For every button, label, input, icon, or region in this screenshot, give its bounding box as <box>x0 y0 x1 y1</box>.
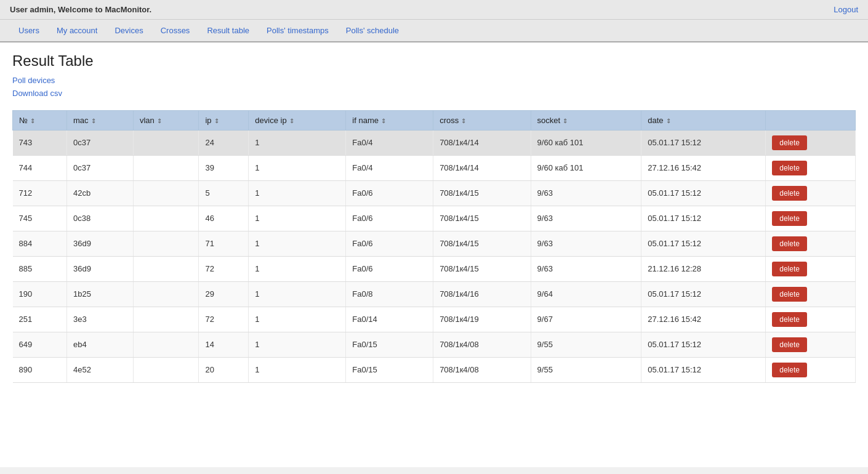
cell-cross: 708/1к4/15 <box>433 256 531 281</box>
nav-item-devices[interactable]: Devices <box>106 20 151 41</box>
cell-date: 27.12.16 15:42 <box>641 307 766 332</box>
cell-device_ip: 1 <box>249 357 346 382</box>
poll-devices-link[interactable]: Poll devices <box>12 74 856 87</box>
delete-button[interactable]: delete <box>772 135 807 150</box>
col-header-date[interactable]: date⇕ <box>641 110 766 130</box>
top-bar: User admin, Welcome to MacMonitor. Logou… <box>0 0 868 20</box>
cell-cross: 708/1к4/16 <box>433 281 531 307</box>
cell-date: 05.01.17 15:12 <box>641 180 766 206</box>
cell-if_name: Fa0/15 <box>346 332 433 357</box>
cell-mac: 0c38 <box>67 206 134 231</box>
delete-button[interactable]: delete <box>772 312 807 327</box>
nav-item-my-account[interactable]: My account <box>48 20 106 41</box>
cell-ip: 46 <box>199 206 249 231</box>
delete-button[interactable]: delete <box>772 211 807 226</box>
cell-cross: 708/1к4/15 <box>433 206 531 231</box>
table-row: 88536d9721Fa0/6708/1к4/159/6321.12.16 12… <box>13 256 856 281</box>
cell-vlan <box>133 281 199 307</box>
cell-vlan <box>133 206 199 231</box>
cell-device_ip: 1 <box>249 256 346 281</box>
cell-date: 05.01.17 15:12 <box>641 281 766 307</box>
col-header-action <box>766 110 856 130</box>
nav-item-result-table[interactable]: Result table <box>198 20 258 41</box>
cell-cross: 708/1к4/08 <box>433 357 531 382</box>
sort-icon-no: ⇕ <box>30 118 35 124</box>
cell-socket: 9/60 каб 101 <box>531 155 641 180</box>
cell-cross: 708/1к4/15 <box>433 231 531 256</box>
cell-ip: 24 <box>199 130 249 155</box>
nav-item-polls--timestamps[interactable]: Polls' timestamps <box>258 20 337 41</box>
cell-no: 745 <box>13 206 67 231</box>
sort-icon-vlan: ⇕ <box>157 118 162 124</box>
cell-device_ip: 1 <box>249 130 346 155</box>
col-header-socket[interactable]: socket⇕ <box>531 110 641 130</box>
col-header-ip[interactable]: ip⇕ <box>199 110 249 130</box>
cell-vlan <box>133 256 199 281</box>
nav-item-crosses[interactable]: Crosses <box>152 20 199 41</box>
delete-button[interactable]: delete <box>772 287 807 302</box>
cell-vlan <box>133 357 199 382</box>
table-row: 7430c37241Fa0/4708/1к4/149/60 каб 10105.… <box>13 130 856 155</box>
delete-button[interactable]: delete <box>772 236 807 251</box>
cell-if_name: Fa0/14 <box>346 307 433 332</box>
table-row: 7440c37391Fa0/4708/1к4/149/60 каб 10127.… <box>13 155 856 180</box>
col-header-cross[interactable]: cross⇕ <box>433 110 531 130</box>
col-header-device_ip[interactable]: device ip⇕ <box>249 110 346 130</box>
cell-no: 884 <box>13 231 67 256</box>
cell-vlan <box>133 332 199 357</box>
cell-ip: 14 <box>199 332 249 357</box>
cell-no: 190 <box>13 281 67 307</box>
nav-item-polls--schedule[interactable]: Polls' schedule <box>337 20 408 41</box>
cell-device_ip: 1 <box>249 180 346 206</box>
cell-device_ip: 1 <box>249 332 346 357</box>
cell-action: delete <box>766 281 856 307</box>
cell-device_ip: 1 <box>249 231 346 256</box>
cell-vlan <box>133 231 199 256</box>
cell-cross: 708/1к4/19 <box>433 307 531 332</box>
cell-vlan <box>133 180 199 206</box>
delete-button[interactable]: delete <box>772 186 807 201</box>
logout-link[interactable]: Logout <box>834 5 858 14</box>
cell-action: delete <box>766 155 856 180</box>
cell-cross: 708/1к4/08 <box>433 332 531 357</box>
cell-ip: 29 <box>199 281 249 307</box>
table-row: 2513e3721Fa0/14708/1к4/199/6727.12.16 15… <box>13 307 856 332</box>
sort-icon-ip: ⇕ <box>214 118 219 124</box>
col-header-vlan[interactable]: vlan⇕ <box>133 110 199 130</box>
cell-no: 712 <box>13 180 67 206</box>
cell-action: delete <box>766 256 856 281</box>
cell-no: 743 <box>13 130 67 155</box>
cell-mac: 36d9 <box>67 256 134 281</box>
welcome-suffix: , Welcome to MacMonitor. <box>54 5 151 14</box>
delete-button[interactable]: delete <box>772 161 807 175</box>
cell-if_name: Fa0/4 <box>346 130 433 155</box>
cell-vlan <box>133 155 199 180</box>
delete-button[interactable]: delete <box>772 363 807 377</box>
main-nav: UsersMy accountDevicesCrossesResult tabl… <box>0 20 868 42</box>
cell-mac: 42cb <box>67 180 134 206</box>
cell-action: delete <box>766 206 856 231</box>
cell-action: delete <box>766 180 856 206</box>
cell-action: delete <box>766 307 856 332</box>
cell-ip: 71 <box>199 231 249 256</box>
cell-cross: 708/1к4/14 <box>433 130 531 155</box>
cell-vlan <box>133 130 199 155</box>
cell-action: delete <box>766 231 856 256</box>
nav-item-users[interactable]: Users <box>10 20 48 41</box>
delete-button[interactable]: delete <box>772 262 807 276</box>
delete-button[interactable]: delete <box>772 337 807 352</box>
cell-if_name: Fa0/6 <box>346 206 433 231</box>
col-header-no[interactable]: №⇕ <box>13 110 67 130</box>
col-header-mac[interactable]: mac⇕ <box>67 110 134 130</box>
col-header-if_name[interactable]: if name⇕ <box>346 110 433 130</box>
cell-action: delete <box>766 332 856 357</box>
cell-no: 251 <box>13 307 67 332</box>
sort-icon-if_name: ⇕ <box>381 118 386 124</box>
cell-socket: 9/55 <box>531 357 641 382</box>
download-csv-link[interactable]: Download csv <box>12 87 856 100</box>
cell-mac: eb4 <box>67 332 134 357</box>
cell-socket: 9/60 каб 101 <box>531 130 641 155</box>
page-title: Result Table <box>12 52 856 70</box>
cell-date: 05.01.17 15:12 <box>641 130 766 155</box>
cell-socket: 9/55 <box>531 332 641 357</box>
